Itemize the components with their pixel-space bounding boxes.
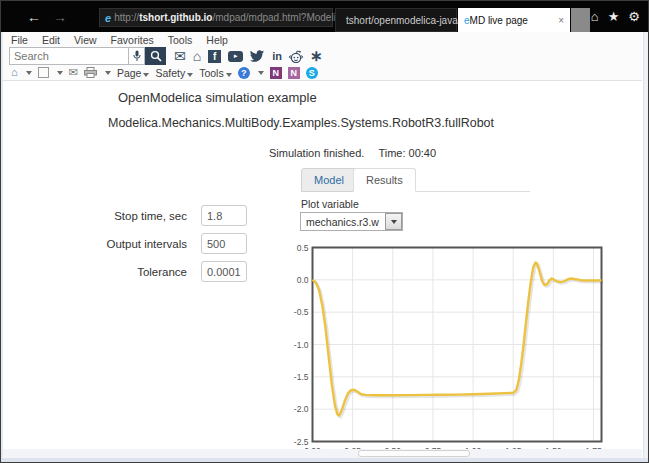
print-icon[interactable]: [84, 67, 97, 78]
skype-button[interactable]: S: [306, 67, 318, 79]
feeds-button[interactable]: [38, 67, 49, 78]
home-button[interactable]: ⌂: [591, 9, 599, 24]
tolerance-label: Tolerance: [61, 266, 187, 278]
ie-page-icon: e: [105, 12, 111, 24]
home-icon: ⌂: [591, 9, 599, 24]
horizontal-scrollbar-thumb[interactable]: [358, 450, 470, 457]
back-icon: ←: [27, 9, 41, 25]
horizontal-scrollbar[interactable]: [3, 449, 642, 458]
onenote-button[interactable]: N: [270, 67, 282, 79]
output-intervals-label: Output intervals: [61, 238, 187, 250]
home-link-icon[interactable]: ⌂: [193, 49, 201, 63]
safety-menu-button[interactable]: Safety: [155, 67, 193, 79]
help-dropdown-icon[interactable]: [258, 71, 264, 75]
read-mail-button[interactable]: ✉: [69, 67, 78, 78]
read-mail-icon: ✉: [69, 66, 78, 78]
microphone-icon: [133, 50, 141, 62]
yelp-icon[interactable]: ∗: [310, 50, 323, 62]
star-icon: ★: [608, 9, 620, 24]
tab-model[interactable]: Model: [301, 168, 357, 192]
window-frame-bottom: [1, 458, 648, 462]
mail-icon[interactable]: ✉: [174, 49, 186, 63]
safety-menu-label: Safety: [155, 67, 185, 79]
tools-menu-label: Tools: [199, 67, 224, 79]
home-page-icon: ⌂: [11, 66, 18, 78]
svg-text:0.5: 0.5: [297, 243, 309, 253]
svg-text:-0.5: -0.5: [294, 307, 309, 317]
simulation-status: Simulation finished. Time: 00:40: [269, 147, 436, 159]
page-title: OpenModelica simulation example: [118, 90, 317, 105]
simulation-finished-text: Simulation finished.: [269, 147, 364, 159]
model-path: Modelica.Mechanics.MultiBody.Examples.Sy…: [108, 116, 494, 130]
home-page-button[interactable]: ⌂: [11, 67, 18, 78]
favorites-button[interactable]: ★: [608, 9, 620, 24]
skype-icon: S: [309, 68, 315, 78]
command-bar: ⌂ ✉ Page Safety Tools ? N N S: [3, 65, 642, 81]
url-path: /mdpad/mdpad.html?Modelica.: [212, 12, 349, 23]
svg-text:-1.0: -1.0: [294, 340, 309, 350]
linkedin-icon[interactable]: in: [272, 50, 282, 62]
tab-md-live-page[interactable]: e MD live page ×: [458, 8, 570, 32]
page-menu-label: Page: [117, 67, 142, 79]
plot-variable-label: Plot variable: [301, 198, 359, 210]
twitter-icon[interactable]: [250, 50, 265, 62]
feeds-dropdown-icon[interactable]: [57, 71, 63, 75]
help-icon: ?: [241, 68, 247, 78]
window-frame-right: [643, 32, 648, 462]
menu-edit[interactable]: Edit: [42, 34, 60, 46]
browser-window: ← → e http://tshort.github.io/mdpad/mdpa…: [0, 0, 649, 463]
output-intervals-input[interactable]: [201, 233, 247, 254]
svg-text:-2.5: -2.5: [294, 437, 309, 447]
address-bar[interactable]: e http://tshort.github.io/mdpad/mdpad.ht…: [99, 8, 333, 27]
tab-model-label: Model: [314, 174, 344, 186]
plot-variable-selected: mechanics.r3.w: [301, 216, 385, 228]
stop-time-label: Stop time, sec: [61, 210, 187, 222]
browser-chrome: ← → e http://tshort.github.io/mdpad/mdpa…: [1, 1, 648, 32]
search-button-icon: [150, 50, 162, 62]
url-prefix: http://: [114, 12, 139, 23]
tab-close-icon[interactable]: ×: [558, 15, 564, 26]
svg-text:-2.0: -2.0: [294, 404, 309, 414]
menu-view[interactable]: View: [74, 34, 97, 46]
facebook-icon[interactable]: f: [208, 50, 221, 63]
back-button[interactable]: ←: [27, 10, 41, 24]
tools-menu-button[interactable]: Tools: [199, 67, 232, 79]
select-dropdown-button[interactable]: [385, 213, 402, 230]
reddit-icon[interactable]: [289, 50, 303, 63]
onenote-linked-icon: N: [290, 68, 297, 78]
search-input[interactable]: [9, 47, 129, 65]
plot-chart: 0.000.250.500.751.001.251.501.750.50.0-0…: [283, 241, 613, 459]
search-button[interactable]: [145, 47, 166, 65]
onenote-icon: N: [272, 68, 279, 78]
window-frame-left: [1, 32, 3, 462]
tolerance-input[interactable]: [201, 261, 247, 282]
stop-time-input[interactable]: [201, 205, 247, 226]
help-button[interactable]: ?: [238, 67, 250, 79]
tab-results-label: Results: [366, 174, 403, 186]
print-dropdown-icon[interactable]: [105, 71, 111, 75]
forward-icon: →: [53, 9, 67, 25]
menu-file[interactable]: File: [11, 34, 28, 46]
tab-github[interactable]: tshort/openmodelica-javas...: [335, 8, 457, 32]
tab-results[interactable]: Results: [353, 168, 416, 192]
url-host: tshort.github.io: [139, 12, 212, 23]
settings-button[interactable]: ⚙: [628, 9, 640, 24]
forward-button[interactable]: →: [53, 10, 67, 24]
tab-md-live-page-label: MD live page: [470, 15, 559, 26]
plot-variable-select[interactable]: mechanics.r3.w: [300, 212, 403, 231]
new-tab-button[interactable]: [571, 8, 590, 32]
page-menu-button[interactable]: Page: [117, 67, 150, 79]
onenote-linked-notes-button[interactable]: N: [288, 67, 300, 79]
menu-tools[interactable]: Tools: [168, 34, 193, 46]
home-dropdown-icon[interactable]: [26, 71, 32, 75]
youtube-icon[interactable]: ►: [228, 51, 243, 62]
tab-github-label: tshort/openmodelica-javas...: [346, 15, 471, 26]
microphone-button[interactable]: [129, 47, 145, 65]
social-links: ✉ ⌂ f ► in ∗: [174, 49, 323, 63]
chevron-down-icon: [391, 220, 397, 224]
search-toolbar: ✉ ⌂ f ► in ∗: [3, 47, 642, 65]
gear-icon: ⚙: [628, 9, 640, 24]
svg-text:0.0: 0.0: [297, 275, 309, 285]
menu-help[interactable]: Help: [206, 34, 228, 46]
menu-favorites[interactable]: Favorites: [111, 34, 154, 46]
